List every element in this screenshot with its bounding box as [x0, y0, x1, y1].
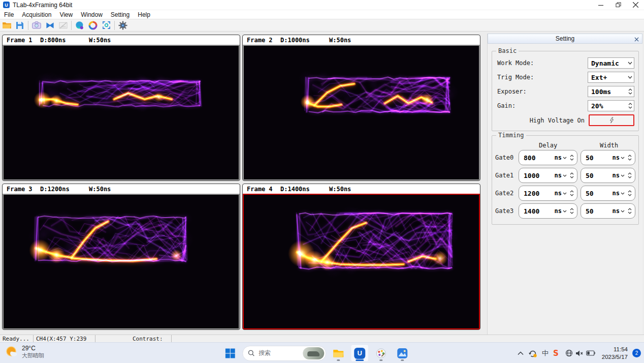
weather-widget[interactable]: 29°C 大部晴朗: [5, 345, 44, 358]
spinner-arrows-icon[interactable]: [626, 204, 633, 218]
gain-spinbox[interactable]: 20%: [588, 100, 634, 111]
gate0-delay-spinbox[interactable]: 800 ns: [519, 150, 577, 165]
taskbar-search-box[interactable]: 搜索: [242, 346, 326, 361]
chevron-down-icon[interactable]: [621, 210, 625, 213]
menu-view[interactable]: View: [55, 11, 77, 18]
file-explorer-icon: [333, 349, 344, 358]
exposer-value: 100ms: [588, 88, 627, 96]
frame-1-header: Frame 1 D:800ns W:50ns: [3, 35, 240, 45]
gate3-label: Gate3: [495, 207, 513, 215]
spinner-arrows-icon[interactable]: [626, 168, 633, 183]
tray-ime-indicator[interactable]: 中: [542, 349, 549, 358]
frame-3-image-area: [3, 194, 240, 329]
trig-mode-dropdown[interactable]: Ext+: [588, 72, 634, 83]
work-mode-dropdown[interactable]: Dynamic: [588, 57, 634, 69]
menu-setting[interactable]: Setting: [107, 11, 134, 18]
exposer-label: Exposer:: [497, 88, 527, 95]
frame-2-title: Frame 2: [247, 37, 280, 44]
gate1-label: Gate1: [495, 172, 513, 179]
running-indicator: [401, 359, 404, 361]
title-bar: U TLab-4xFraming 64bit: [0, 0, 644, 10]
tray-chevron-up-icon[interactable]: [518, 351, 524, 355]
render-sphere-icon[interactable]: [73, 19, 86, 31]
exposer-spinbox[interactable]: 100ms: [588, 86, 634, 97]
save-icon[interactable]: [13, 19, 26, 31]
taskbar-file-explorer[interactable]: [329, 344, 347, 362]
chevron-down-icon[interactable]: [621, 174, 625, 177]
running-indicator: [337, 359, 340, 361]
gate0-width-value: 50: [581, 154, 613, 162]
settings-gear-icon[interactable]: [116, 19, 130, 31]
network-globe-icon: [565, 349, 573, 357]
toolbar-separator: [71, 21, 72, 30]
menu-window[interactable]: Window: [77, 11, 107, 18]
setting-panel-header[interactable]: Setting: [488, 34, 642, 44]
status-contrast: Contrast: Auto: [95, 335, 172, 342]
paint-palette-icon: [375, 348, 387, 359]
basic-group-label: Basic: [496, 47, 519, 54]
spinner-arrows-icon[interactable]: [568, 150, 575, 165]
clock-time: 11:54: [602, 346, 628, 353]
windows-logo-icon: [225, 348, 235, 358]
minimize-button[interactable]: [592, 0, 609, 10]
frame-3-plasma-image[interactable]: [4, 195, 239, 328]
frame-4-header: Frame 4 D:1400ns W:50ns: [243, 184, 480, 194]
spinner-arrows-icon[interactable]: [627, 101, 634, 111]
taskbar-tlab-app[interactable]: U: [350, 344, 369, 362]
chevron-down-icon: [626, 76, 634, 79]
capture-camera-icon[interactable]: [30, 19, 43, 31]
chevron-down-icon[interactable]: [621, 192, 625, 195]
color-wheel-icon[interactable]: [86, 19, 100, 31]
clock-widget[interactable]: 11:54 2023/5/17: [602, 346, 628, 360]
chevron-down-icon[interactable]: [563, 174, 567, 177]
spinner-arrows-icon[interactable]: [568, 186, 575, 200]
chevron-down-icon[interactable]: [621, 157, 625, 159]
chevron-down-icon[interactable]: [563, 157, 567, 159]
search-highlight-image[interactable]: [303, 347, 324, 359]
restore-button[interactable]: [609, 0, 627, 10]
app-screen: U TLab-4xFraming 64bit File Acquisition …: [0, 0, 644, 363]
quick-settings-group[interactable]: [563, 347, 597, 359]
gate2-width-spinbox[interactable]: 50 ns: [581, 186, 635, 201]
gate1-delay-spinbox[interactable]: 1000 ns: [519, 168, 577, 183]
gate3-width-spinbox[interactable]: 50 ns: [581, 203, 635, 219]
chevron-down-icon[interactable]: [563, 192, 567, 195]
chevron-down-icon: [626, 62, 634, 65]
focus-center-icon[interactable]: [100, 19, 113, 31]
tray-sogou-icon[interactable]: S: [553, 349, 559, 358]
gain-value: 20%: [588, 102, 627, 110]
frame-1-plasma-image[interactable]: [4, 46, 239, 179]
close-button[interactable]: [627, 0, 644, 10]
setting-panel-close-icon[interactable]: [633, 36, 640, 43]
acquire-video-icon[interactable]: [43, 19, 56, 31]
notification-badge[interactable]: 2: [632, 349, 641, 357]
spinner-arrows-icon[interactable]: [627, 86, 634, 97]
taskbar-photos-app[interactable]: [393, 344, 411, 362]
spinner-arrows-icon[interactable]: [568, 204, 575, 218]
spinner-arrows-icon[interactable]: [626, 150, 633, 165]
open-folder-icon[interactable]: [0, 19, 13, 31]
spinner-arrows-icon[interactable]: [568, 168, 575, 183]
gate1-width-spinbox[interactable]: 50 ns: [581, 168, 635, 183]
chevron-down-icon[interactable]: [563, 210, 567, 213]
tray-sync-icon[interactable]: [528, 349, 537, 357]
high-voltage-button[interactable]: [589, 114, 634, 126]
menu-help[interactable]: Help: [134, 11, 154, 18]
trig-mode-label: Trig Mode:: [497, 74, 534, 81]
status-ready: Ready...: [0, 335, 34, 342]
menu-acquisition[interactable]: Acquisition: [18, 11, 55, 18]
gate2-delay-spinbox[interactable]: 1200 ns: [519, 186, 577, 201]
frame-4-plasma-image[interactable]: [244, 195, 479, 328]
menu-bar: File Acquisition View Window Setting Hel…: [0, 10, 644, 19]
taskbar-paint-app[interactable]: [372, 344, 390, 362]
spinner-arrows-icon[interactable]: [626, 186, 633, 200]
start-button[interactable]: [221, 344, 239, 362]
frame-1-width: W:50ns: [89, 37, 111, 44]
gate0-width-spinbox[interactable]: 50 ns: [581, 150, 635, 165]
clock-date: 2023/5/17: [602, 353, 628, 360]
gate3-delay-spinbox[interactable]: 1400 ns: [519, 203, 577, 219]
menu-file[interactable]: File: [0, 11, 18, 18]
gate3-delay-unit: ns: [555, 207, 562, 215]
frame-panel-2: Frame 2 D:1000ns W:50ns: [242, 35, 480, 181]
frame-2-plasma-image[interactable]: [244, 46, 479, 179]
